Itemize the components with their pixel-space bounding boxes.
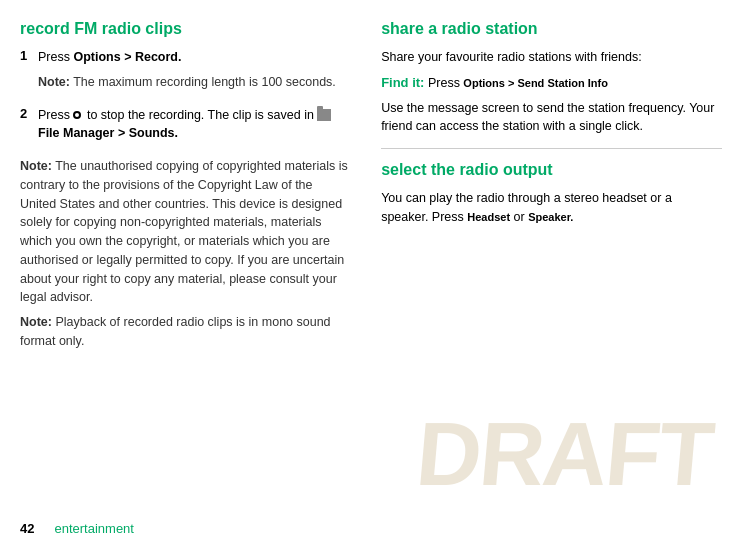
section-divider — [381, 148, 722, 149]
share-section-title: share a radio station — [381, 20, 722, 38]
step-1-note-label: Note: — [38, 75, 70, 89]
file-manager-icon — [317, 109, 331, 121]
step-1-content: Press Options > Record. Note: The maximu… — [38, 48, 351, 98]
output-section-title: select the radio output — [381, 161, 722, 179]
step-1-code: Options > Record. — [73, 50, 181, 64]
note-1-body: The unauthorised copying of copyrighted … — [20, 159, 348, 304]
step-2-text: Press to stop the recording. The clip is… — [38, 106, 351, 144]
step-1: 1 Press Options > Record. Note: The maxi… — [20, 48, 351, 98]
step-2: 2 Press to stop the recording. The clip … — [20, 106, 351, 150]
step-2-code: File Manager > Sounds. — [38, 126, 178, 140]
find-it-line: Find it: Press Options > Send Station In… — [381, 73, 722, 93]
step-1-note: Note: The maximum recording length is 10… — [38, 73, 351, 92]
note-1-label: Note: — [20, 159, 52, 173]
find-it-code: Options > Send Station Info — [463, 77, 608, 89]
step-1-text: Press Options > Record. — [38, 48, 351, 67]
share-body: Use the message screen to send the stati… — [381, 99, 722, 137]
note-2-label: Note: — [20, 315, 52, 329]
share-intro: Share your favourite radio stations with… — [381, 48, 722, 67]
output-code-speaker: Speaker. — [528, 211, 573, 223]
note-2: Note: Playback of recorded radio clips i… — [20, 313, 351, 351]
find-it-text: Press — [424, 76, 463, 90]
output-or: or — [510, 210, 528, 224]
output-body: You can play the radio through a stereo … — [381, 189, 722, 227]
step-2-number: 2 — [20, 106, 32, 150]
find-it-label: Find it: — [381, 75, 424, 90]
center-key-icon — [73, 111, 81, 119]
left-section-title: record FM radio clips — [20, 20, 351, 38]
note-2-body: Playback of recorded radio clips is in m… — [20, 315, 331, 348]
step-1-number: 1 — [20, 48, 32, 98]
step-1-note-body: The maximum recording length is 100 seco… — [70, 75, 336, 89]
left-column: record FM radio clips 1 Press Options > … — [20, 20, 371, 536]
note-1: Note: The unauthorised copying of copyri… — [20, 157, 351, 307]
output-code-headset: Headset — [467, 211, 510, 223]
step-2-content: Press to stop the recording. The clip is… — [38, 106, 351, 150]
right-column: share a radio station Share your favouri… — [371, 20, 722, 536]
